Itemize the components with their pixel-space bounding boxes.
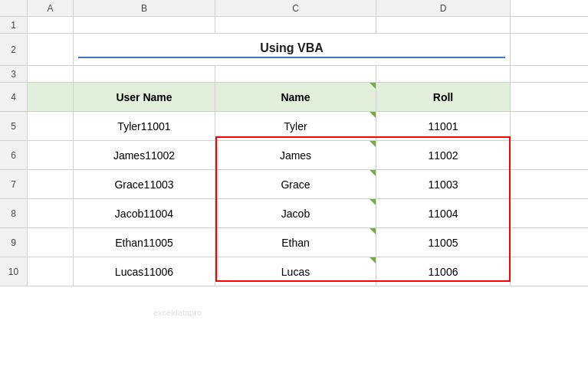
col-header-b: B (74, 0, 215, 16)
cell-9d[interactable]: 11005 (376, 228, 511, 257)
cell-4d[interactable]: Roll (376, 83, 511, 111)
cell-8c[interactable]: Jacob (215, 199, 376, 227)
row-num-4: 4 (0, 83, 28, 111)
cell-10a[interactable] (28, 257, 74, 286)
corner-cell (0, 0, 28, 16)
row-8: 8 Jacob11004 Jacob 11004 (0, 199, 588, 228)
row-num-10: 10 (0, 257, 28, 286)
cell-1c[interactable] (215, 17, 376, 33)
cell-5c[interactable]: Tyler (215, 112, 376, 140)
cell-3c[interactable] (215, 66, 376, 82)
cell-9c[interactable]: Ethan (215, 228, 376, 257)
row-num-9: 9 (0, 228, 28, 257)
cell-7a[interactable] (28, 170, 74, 198)
col-header-d: D (376, 0, 511, 16)
row-num-2: 2 (0, 34, 28, 65)
cell-1d[interactable] (376, 17, 511, 33)
cell-10c[interactable]: Lucas (215, 257, 376, 286)
cell-6c[interactable]: James (215, 141, 376, 169)
row-num-7: 7 (0, 170, 28, 198)
cell-6b[interactable]: James11002 (74, 141, 215, 169)
row-num-6: 6 (0, 141, 28, 169)
cell-6a[interactable] (28, 141, 74, 169)
row-4: 4 User Name Name Roll (0, 83, 588, 112)
column-headers: A B C D (0, 0, 588, 17)
row-3: 3 (0, 66, 588, 83)
cell-4a[interactable] (28, 83, 74, 111)
cell-10b[interactable]: Lucas11006 (74, 257, 215, 286)
cell-2a[interactable] (28, 34, 74, 65)
cell-1b[interactable] (74, 17, 215, 33)
cell-1a[interactable] (28, 17, 74, 33)
cell-9a[interactable] (28, 228, 74, 257)
spreadsheet: A B C D 1 2 Using VBA 3 4 User Name Name… (0, 0, 588, 386)
row-6: 6 James11002 James 11002 (0, 141, 588, 170)
cell-9b[interactable]: Ethan11005 (74, 228, 215, 257)
title-merged-cell[interactable]: Using VBA (74, 34, 511, 65)
cell-3d[interactable] (376, 66, 511, 82)
row-2: 2 Using VBA (0, 34, 588, 66)
row-9: 9 Ethan11005 Ethan 11005 (0, 228, 588, 257)
cell-8d[interactable]: 11004 (376, 199, 511, 227)
row-10: 10 Lucas11006 Lucas 11006 (0, 257, 588, 286)
watermark: exceldatapro (153, 308, 202, 317)
row-5: 5 Tyler11001 Tyler 11001 (0, 112, 588, 141)
cell-10d[interactable]: 11006 (376, 257, 511, 286)
cell-4c[interactable]: Name (215, 83, 376, 111)
col-header-a: A (28, 0, 74, 16)
row-num-5: 5 (0, 112, 28, 140)
row-num-1: 1 (0, 17, 28, 33)
cell-7c[interactable]: Grace (215, 170, 376, 198)
row-7: 7 Grace11003 Grace 11003 (0, 170, 588, 199)
page-title: Using VBA (78, 41, 505, 58)
cell-7d[interactable]: 11003 (376, 170, 511, 198)
row-num-3: 3 (0, 66, 28, 82)
cell-8b[interactable]: Jacob11004 (74, 199, 215, 227)
cell-5d[interactable]: 11001 (376, 112, 511, 140)
col-header-c: C (215, 0, 376, 16)
cell-3a[interactable] (28, 66, 74, 82)
row-1: 1 (0, 17, 588, 34)
cell-4b[interactable]: User Name (74, 83, 215, 111)
cell-8a[interactable] (28, 199, 74, 227)
cell-3b[interactable] (74, 66, 215, 82)
watermark-text: exceldatapro (153, 308, 202, 317)
cell-6d[interactable]: 11002 (376, 141, 511, 169)
cell-5a[interactable] (28, 112, 74, 140)
row-num-8: 8 (0, 199, 28, 227)
cell-7b[interactable]: Grace11003 (74, 170, 215, 198)
cell-5b[interactable]: Tyler11001 (74, 112, 215, 140)
